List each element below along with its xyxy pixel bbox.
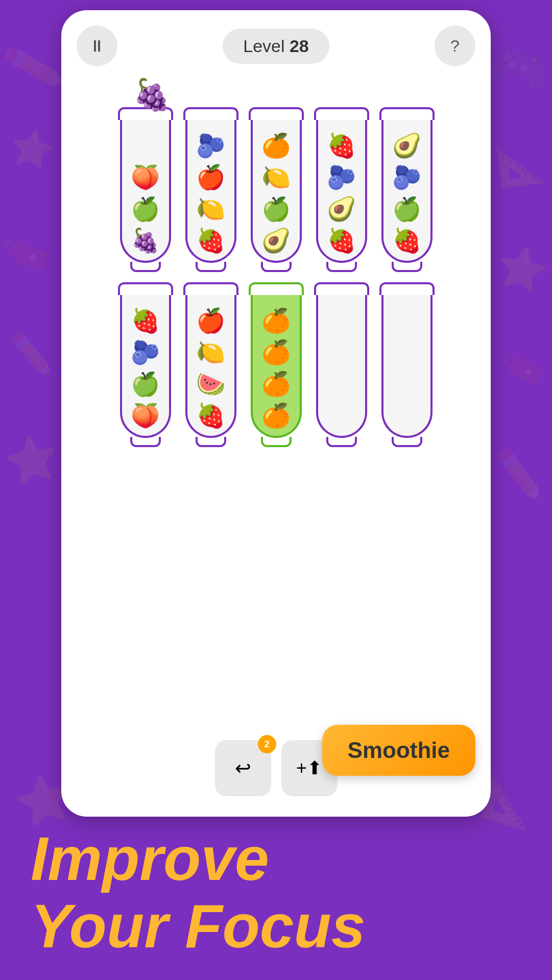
fruit: 🍓 xyxy=(326,130,357,161)
tube-glass-empty xyxy=(381,295,433,438)
fruit: 🥑 xyxy=(326,193,357,224)
pause-button[interactable]: ⏸ xyxy=(77,26,117,66)
tube-top xyxy=(249,107,304,120)
tube-1-5[interactable]: 🥑 🫐 🍏 🍓 xyxy=(379,107,435,272)
tube-top xyxy=(314,282,369,295)
tube-2-1[interactable]: 🍓 🫐 🍏 🍑 xyxy=(118,282,173,447)
controls-area: ↩ 2 +⬆ xyxy=(215,730,338,806)
tube-1-4[interactable]: 🍓 🫐 🥑 🍓 xyxy=(314,107,369,272)
fruit: 🍊 xyxy=(261,305,292,336)
tube-glass: 🍓 🫐 🍏 🍑 xyxy=(120,295,171,438)
fruit: 🍊 xyxy=(261,337,292,368)
tube-row-1: 🍑 🍏 🍇 🫐 🍎 🍋 🍓 xyxy=(118,107,435,272)
fruit: 🫐 xyxy=(326,162,357,192)
game-header: ⏸ Level 28 ? xyxy=(71,26,481,66)
tube-1-1[interactable]: 🍑 🍏 🍇 xyxy=(118,107,173,272)
fruit: 🍓 xyxy=(196,225,226,256)
fruit: 🍋 xyxy=(196,337,226,368)
tube-glass-highlighted: 🍊 🍊 🍊 🍊 xyxy=(251,295,302,438)
undo-icon: ↩ xyxy=(235,757,251,779)
tube-stand xyxy=(392,437,422,447)
fruit: 🍊 xyxy=(261,400,292,431)
tube-2-2[interactable]: 🍎 🍋 🍉 🍓 xyxy=(183,282,238,447)
tube-2-4[interactable] xyxy=(314,282,369,447)
level-label: Level xyxy=(243,36,284,56)
add-tube-icon: +⬆ xyxy=(296,757,322,779)
fruit: 🍊 xyxy=(261,130,292,161)
fruit: 🍓 xyxy=(392,225,422,256)
fruit: 🍉 xyxy=(196,369,226,399)
tube-stand xyxy=(392,262,422,272)
fruit: 🍇 xyxy=(130,225,161,256)
fruit: 🍏 xyxy=(261,193,292,224)
tube-glass: 🍓 🫐 🥑 🍓 xyxy=(316,120,367,263)
tube-glass: 🍑 🍏 🍇 xyxy=(120,120,171,263)
fruit: 🍋 xyxy=(196,193,226,224)
tube-row-2: 🍓 🫐 🍏 🍑 🍎 🍋 🍉 🍓 xyxy=(118,282,435,447)
level-number: 28 xyxy=(290,36,309,56)
fruit: 🫐 xyxy=(130,337,161,368)
tagline-line2: Your Focus xyxy=(31,892,552,960)
fruit: 🍓 xyxy=(130,305,161,336)
tube-glass: 🍊 🍋 🍏 🥑 xyxy=(251,120,302,263)
fruit: 🍎 xyxy=(196,305,226,336)
tube-stand xyxy=(130,437,161,447)
smoothie-label: Smoothie xyxy=(348,738,450,763)
help-button[interactable]: ? xyxy=(435,26,475,66)
tube-top xyxy=(118,282,173,295)
tube-top xyxy=(183,107,238,120)
fruit: 🫐 xyxy=(392,162,422,192)
tube-glass-empty xyxy=(316,295,367,438)
level-badge: Level 28 xyxy=(223,29,329,64)
fruit: 🥑 xyxy=(261,225,292,256)
tube-2-3[interactable]: 🍊 🍊 🍊 🍊 xyxy=(249,282,304,447)
tube-glass: 🍎 🍋 🍉 🍓 xyxy=(185,295,236,438)
fruit: 🍑 xyxy=(130,400,161,431)
tube-glass: 🥑 🫐 🍏 🍓 xyxy=(381,120,433,263)
fruit: 🍏 xyxy=(392,193,422,224)
fruit: 🍏 xyxy=(130,193,161,224)
undo-button[interactable]: ↩ 2 xyxy=(215,740,271,796)
tube-top-highlighted xyxy=(249,282,304,295)
tube-top xyxy=(314,107,369,120)
tube-stand xyxy=(326,437,357,447)
fruit: 🍓 xyxy=(326,225,357,256)
fruit: 🥑 xyxy=(392,130,422,161)
undo-badge: 2 xyxy=(258,735,276,753)
fruit: 🍑 xyxy=(130,162,161,192)
fruit: 🫐 xyxy=(196,130,226,161)
game-area: 🍑 🍏 🍇 🫐 🍎 🍋 🍓 xyxy=(71,77,481,730)
tube-stand xyxy=(326,262,357,272)
fruit: 🍋 xyxy=(261,162,292,192)
tube-glass: 🫐 🍎 🍋 🍓 xyxy=(185,120,236,263)
tube-stand xyxy=(196,437,226,447)
tube-top xyxy=(379,282,435,295)
fruit: 🍓 xyxy=(196,400,226,431)
floating-fruit: 🍇 xyxy=(133,77,171,113)
smoothie-button[interactable]: Smoothie xyxy=(322,725,475,776)
tube-stand xyxy=(261,262,292,272)
tube-stand-highlighted xyxy=(261,437,292,447)
tube-1-2[interactable]: 🫐 🍎 🍋 🍓 xyxy=(183,107,238,272)
tube-top xyxy=(379,107,435,120)
tube-stand xyxy=(196,262,226,272)
pause-icon: ⏸ xyxy=(89,37,105,56)
tagline: Improve Your Focus xyxy=(31,825,552,960)
help-icon: ? xyxy=(450,37,460,56)
tube-2-5[interactable] xyxy=(379,282,435,447)
fruit: 🍏 xyxy=(130,369,161,399)
tube-1-3[interactable]: 🍊 🍋 🍏 🥑 xyxy=(249,107,304,272)
tube-top xyxy=(183,282,238,295)
phone-container: ⏸ Level 28 ? 🍇 🍑 🍏 � xyxy=(61,10,491,817)
tube-stand xyxy=(130,262,161,272)
fruit: 🍊 xyxy=(261,369,292,399)
fruit: 🍎 xyxy=(196,162,226,192)
tagline-line1: Improve xyxy=(31,825,552,892)
